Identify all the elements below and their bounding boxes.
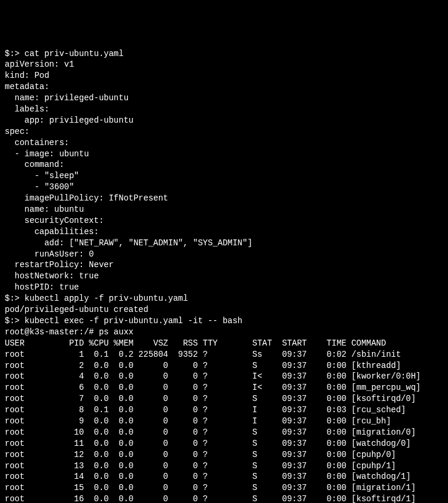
- terminal-output: $:> cat priv-ubuntu.yaml apiVersion: v1 …: [5, 48, 443, 503]
